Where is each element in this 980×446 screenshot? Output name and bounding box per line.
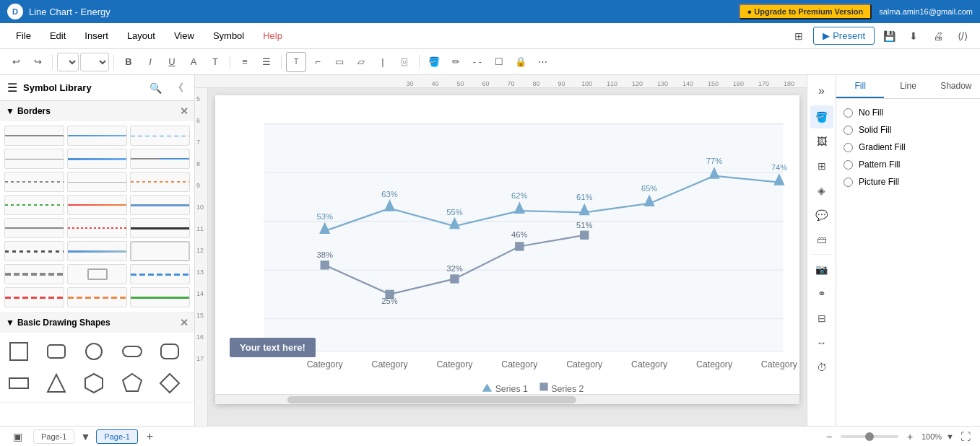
panel-toggle[interactable]: » <box>809 78 835 104</box>
scrollbar-thumb[interactable] <box>287 396 576 403</box>
border-item[interactable] <box>130 264 190 284</box>
shape-diamond[interactable] <box>155 369 184 398</box>
tab-shadow[interactable]: Shadow <box>932 75 980 98</box>
font-family-select[interactable] <box>57 53 79 71</box>
arrange-tool[interactable]: ↔ <box>810 331 833 354</box>
fill-color-button[interactable]: 🪣 <box>424 52 444 72</box>
border-item[interactable] <box>67 241 127 261</box>
dropdown-icon[interactable]: ▼ <box>80 431 90 442</box>
share-icon[interactable]: ⟨/⟩ <box>953 26 973 46</box>
page-tab-1[interactable]: Page-1 <box>33 429 74 444</box>
gradient-fill-option[interactable]: Gradient Fill <box>844 142 973 152</box>
shape-circle[interactable] <box>79 337 108 366</box>
upgrade-button[interactable]: ● Upgrade to Premium Version <box>739 4 872 19</box>
download-icon[interactable]: ⬇ <box>903 26 924 46</box>
sidebar-toggle-icon[interactable]: ▣ <box>7 427 27 447</box>
shape-rectangle[interactable] <box>4 369 33 398</box>
more-button[interactable]: ⋯ <box>532 52 552 72</box>
zoom-in-button[interactable]: + <box>903 429 917 444</box>
no-fill-option[interactable]: No Fill <box>844 108 973 118</box>
borders-close-icon[interactable]: ✕ <box>180 105 188 117</box>
pipe-button[interactable]: | <box>373 52 393 72</box>
shape-rounded-rect[interactable] <box>42 337 71 366</box>
current-page-tab[interactable]: Page-1 <box>96 429 137 444</box>
link-tool[interactable]: ⚭ <box>810 282 833 305</box>
font-size-select[interactable] <box>80 53 109 71</box>
zoom-out-button[interactable]: − <box>822 429 836 444</box>
border-item[interactable] <box>130 149 190 169</box>
shape-hexagon[interactable] <box>79 369 108 398</box>
shape-square[interactable] <box>4 337 33 366</box>
align2-button[interactable]: ☰ <box>256 52 277 72</box>
border-item[interactable] <box>67 172 127 192</box>
zoom-dropdown-icon[interactable]: ▼ <box>946 432 954 441</box>
border-item[interactable] <box>4 149 64 169</box>
fullscreen-button[interactable]: ⛶ <box>958 429 973 444</box>
border-item[interactable] <box>130 241 190 261</box>
border-item[interactable] <box>4 218 64 238</box>
border-item[interactable] <box>4 195 64 215</box>
menu-layout[interactable]: Layout <box>118 27 164 44</box>
border-item[interactable] <box>130 218 190 238</box>
underline-button[interactable]: U <box>162 52 182 72</box>
menu-file[interactable]: File <box>7 27 40 44</box>
fullscreen-icon[interactable]: ⊞ <box>789 26 809 46</box>
border-item[interactable] <box>130 126 190 146</box>
undo-button[interactable]: ↩ <box>6 52 26 72</box>
photo-tool[interactable]: 📷 <box>810 258 833 281</box>
font-color-button[interactable]: A <box>183 52 204 72</box>
solid-fill-option[interactable]: Solid Fill <box>844 125 973 135</box>
fill-tool[interactable]: 🪣 <box>810 105 833 128</box>
border-item[interactable] <box>67 287 127 307</box>
present-button[interactable]: ▶ Present <box>813 27 875 45</box>
canvas[interactable]: 53% 63% 55% 62% 61% 65% 77% 74% <box>208 88 807 426</box>
tab-line[interactable]: Line <box>884 75 932 98</box>
shape3-button[interactable]: ▱ <box>351 52 371 72</box>
line-style-button[interactable]: - - <box>467 52 487 72</box>
pattern-fill-option[interactable]: Pattern Fill <box>844 159 973 170</box>
zoom-slider[interactable] <box>841 435 898 438</box>
align-button[interactable]: ≡ <box>235 52 255 72</box>
borders-section-header[interactable]: ▼ Borders ✕ <box>0 101 194 121</box>
lock-button[interactable]: 🔒 <box>511 52 531 72</box>
shape-pentagon[interactable] <box>118 369 147 398</box>
text-box-button[interactable]: T <box>286 52 306 72</box>
pen-button[interactable]: ✏ <box>446 52 466 72</box>
border-item[interactable] <box>130 287 190 307</box>
comments-tool[interactable]: 💬 <box>810 204 833 227</box>
border-item[interactable] <box>130 172 190 192</box>
menu-help[interactable]: Help <box>254 27 291 44</box>
text-overlay[interactable]: Your text here! <box>230 338 316 357</box>
shape4-button[interactable]: ⌻ <box>394 52 415 72</box>
shapes-section-header[interactable]: ▼ Basic Drawing Shapes ✕ <box>0 312 194 333</box>
border-item[interactable] <box>67 218 127 238</box>
shape-button[interactable]: ⌐ <box>308 52 328 72</box>
print-icon[interactable]: 🖨 <box>928 26 948 46</box>
checkbox-button[interactable]: ☐ <box>489 52 509 72</box>
border-item[interactable] <box>4 287 64 307</box>
grid-tool[interactable]: ⊞ <box>810 154 833 178</box>
data-tool[interactable]: 🗃 <box>810 228 833 251</box>
shapes-close-icon[interactable]: ✕ <box>180 317 188 328</box>
border-item[interactable] <box>4 126 64 146</box>
menu-edit[interactable]: Edit <box>41 27 74 44</box>
shape-triangle[interactable] <box>42 369 71 398</box>
menu-view[interactable]: View <box>165 27 203 44</box>
add-page-button[interactable]: + <box>147 430 153 443</box>
border-item[interactable] <box>4 241 64 261</box>
border-item[interactable] <box>67 149 127 169</box>
redo-button[interactable]: ↪ <box>27 52 48 72</box>
zoom-thumb[interactable] <box>865 432 874 441</box>
search-icon[interactable]: 🔍 <box>147 79 164 97</box>
tab-fill[interactable]: Fill <box>836 75 884 98</box>
save-icon[interactable]: 💾 <box>879 26 899 46</box>
layers-tool[interactable]: ◈ <box>810 179 833 202</box>
shape2-button[interactable]: ▭ <box>329 52 350 72</box>
history-tool[interactable]: ⏱ <box>810 356 833 379</box>
picture-fill-option[interactable]: Picture Fill <box>844 177 973 187</box>
shape-rounded-rect2[interactable] <box>155 337 184 366</box>
border-item[interactable] <box>130 195 190 215</box>
border-item[interactable] <box>67 195 127 215</box>
menu-symbol[interactable]: Symbol <box>204 27 253 44</box>
shape-stadium[interactable] <box>118 337 147 366</box>
